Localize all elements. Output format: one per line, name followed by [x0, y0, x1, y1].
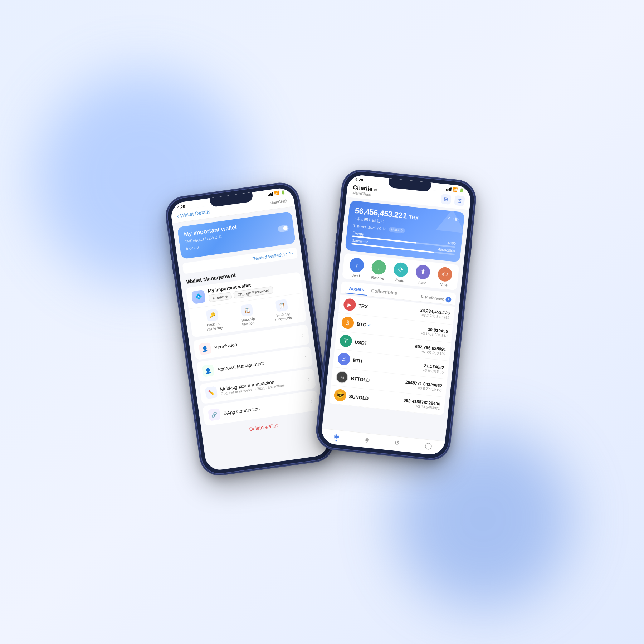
private-key-icon: 🔑: [206, 309, 219, 322]
eth-logo: Ξ: [337, 352, 351, 366]
bottom-navigation: ◉ ◈ ↺ ◯: [321, 428, 445, 456]
page-title: Wallet Details: [180, 209, 210, 219]
nav-assets-icon: ◉: [333, 432, 340, 441]
trx-name: TRX: [358, 303, 368, 309]
backup-keystore-label: Back Upkeystore: [241, 316, 256, 327]
btc-values: 30.810455 ≈$ 1555,934.813: [421, 326, 448, 338]
receive-icon: ↓: [371, 259, 387, 275]
multisig-content: Multi-signature transaction Request or p…: [220, 375, 305, 396]
energy-label: Energy: [352, 231, 364, 236]
permission-icon: 👤: [199, 342, 211, 355]
vote-icon: 🏷: [437, 267, 453, 282]
swap-action[interactable]: ⟳ Swap: [392, 262, 409, 283]
back-button[interactable]: ‹ Wallet Details: [177, 209, 211, 219]
balance-card: 👁 ↗ 56,456,453.221 TRX ≈ $3,951,951.71 T…: [345, 200, 465, 262]
nav-market-icon: ◈: [364, 435, 370, 444]
right-time: 4:20: [355, 177, 364, 182]
address-copy-icon[interactable]: ⧉: [383, 226, 386, 231]
phones-container: 4:20 📶 🔋 ‹ Wallet Details: [182, 182, 462, 462]
related-wallets-link: Related Wallet(s) : 2 ›: [252, 251, 293, 262]
nav-assets[interactable]: ◉: [333, 432, 340, 442]
permission-chevron: ›: [301, 332, 304, 338]
usdt-name: USDT: [355, 339, 368, 346]
dapp-chevron: ›: [311, 397, 313, 404]
add-asset-icon[interactable]: +: [445, 296, 452, 303]
vote-label: Vote: [440, 283, 448, 287]
swap-arrows-icon[interactable]: ⇌: [374, 187, 377, 192]
right-battery-icon: 🔋: [459, 188, 464, 193]
nav-history-icon: ↺: [394, 439, 400, 447]
header-action-icons: ⊞ ⊡: [440, 194, 465, 206]
battery-icon: 🔋: [280, 190, 286, 195]
asset-list: ▶ TRX 34,234,453.126 ≈$ 2,760,842.982 ₿ …: [329, 294, 455, 415]
dapp-icon: 🔗: [208, 408, 221, 421]
receive-qr-button[interactable]: ⊞: [440, 194, 452, 205]
backup-private-key[interactable]: 🔑 Back Upprivate key: [194, 307, 232, 333]
approval-icon: 👤: [202, 364, 215, 377]
stake-label: Stake: [417, 280, 427, 285]
nav-profile-icon: ◯: [424, 442, 432, 450]
btc-logo: ₿: [341, 316, 354, 329]
sunold-values: 692.418878222498 ≈$ 13.5483871: [403, 397, 440, 410]
vote-action[interactable]: 🏷 Vote: [436, 267, 453, 288]
bttold-name: BTTOLD: [351, 375, 370, 382]
stake-action[interactable]: ⬆ Stake: [414, 264, 431, 285]
assets-tab[interactable]: Assets: [345, 284, 368, 296]
receive-action[interactable]: ↓ Receive: [370, 259, 387, 280]
left-screen: 4:20 📶 🔋 ‹ Wallet Details: [170, 186, 330, 472]
approval-chevron: ›: [304, 353, 307, 360]
preference-button[interactable]: ⇅ Preference +: [420, 293, 452, 302]
right-wifi-icon: 📶: [453, 187, 458, 192]
copy-icon[interactable]: ⧉: [218, 234, 222, 239]
backup-keystore[interactable]: 📋 Back Upkeystore: [229, 302, 267, 328]
nav-history[interactable]: ↺: [394, 439, 400, 448]
eth-name: ETH: [352, 357, 362, 364]
chevron-right-icon: ›: [291, 251, 293, 256]
left-time: 4:20: [177, 204, 185, 209]
permission-content: Permission: [214, 333, 298, 350]
send-label: Send: [351, 273, 360, 278]
btc-verified-icon: ✓: [367, 322, 371, 327]
permission-label: Permission: [214, 333, 298, 350]
bttold-logo: ◎: [335, 371, 348, 384]
network-label: MainChain: [269, 198, 289, 205]
multisig-chevron: ›: [307, 376, 310, 382]
multisig-icon: ✏️: [205, 386, 218, 399]
rename-button[interactable]: Rename: [208, 292, 232, 302]
dapp-content: DApp Connection: [223, 399, 308, 416]
collectibles-tab[interactable]: Collectibles: [367, 286, 401, 299]
dapp-label: DApp Connection: [223, 399, 308, 416]
swap-icon: ⟳: [393, 262, 409, 278]
send-icon: ↑: [349, 257, 365, 273]
balance-unit: TRX: [409, 214, 419, 221]
trx-logo: ▶: [343, 298, 356, 311]
sort-icon: ⇅: [420, 294, 424, 299]
nav-market[interactable]: ◈: [364, 435, 370, 445]
approval-content: Approval Management: [217, 355, 302, 372]
scan-button[interactable]: ⊡: [454, 195, 465, 206]
bttold-values: 2648771.04328662 ≈$ 6.77419355: [405, 379, 442, 392]
sunold-logo: 😎: [333, 389, 347, 402]
send-action[interactable]: ↑ Send: [348, 257, 365, 278]
user-info: Charlie ⇌ MainChain: [352, 184, 378, 197]
eth-values: 21.174682 ≈$ 85,885.35: [423, 363, 445, 374]
keystore-icon: 📋: [240, 304, 253, 317]
wifi-icon: 📶: [274, 191, 280, 196]
swap-label: Swap: [395, 278, 404, 283]
backup-mnemonic[interactable]: 📋 Back Upmnemonic: [264, 297, 301, 323]
approval-label: Approval Management: [217, 355, 302, 372]
right-screen: 4:20 📶 🔋 Charlie ⇌: [321, 174, 472, 456]
nav-profile[interactable]: ◯: [424, 442, 433, 452]
usdt-values: 602,786.035091 ≈$ 606,000.199: [415, 344, 447, 356]
receive-label: Receive: [371, 275, 384, 280]
backup-mnemonic-label: Back Upmnemonic: [274, 311, 292, 322]
wallet-avatar: 💠: [191, 289, 206, 304]
back-icon: ‹: [177, 213, 179, 219]
preference-label: Preference: [425, 295, 444, 301]
wallet-toggle[interactable]: [278, 225, 289, 233]
backup-private-key-label: Back Upprivate key: [205, 321, 223, 332]
usdt-logo: ₮: [339, 334, 352, 347]
non-hd-badge: Non-HD: [389, 227, 405, 234]
energy-value: 37/60: [447, 241, 456, 246]
stake-icon: ⬆: [415, 264, 431, 280]
